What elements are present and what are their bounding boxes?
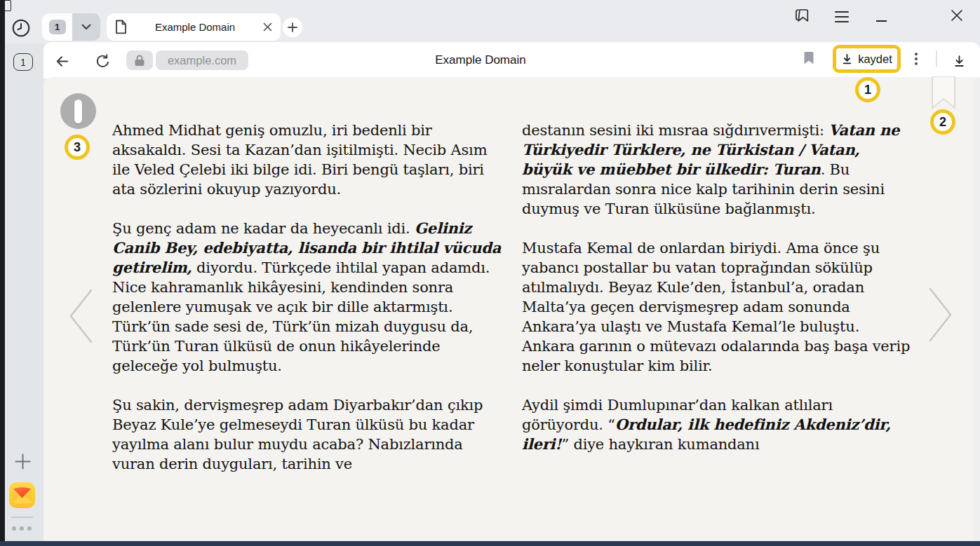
reader-paragraph: Şu sakin, dervişmeşrep adam Diyarbakır’d… (112, 395, 503, 474)
site-security-badge[interactable] (126, 50, 153, 70)
reader-mode-button[interactable] (60, 93, 96, 129)
download-arrow-icon (841, 53, 853, 65)
sidebar-add-button[interactable] (14, 453, 31, 470)
annotation-marker-1: 1 (855, 77, 880, 102)
back-button[interactable] (53, 53, 70, 69)
chevron-right-icon (927, 287, 954, 343)
ribbon-bookmark-icon (932, 76, 955, 110)
tab-group-counter[interactable]: 1 (42, 13, 72, 41)
sidebar-more-button[interactable] (12, 526, 33, 532)
bookmarks-panel-button[interactable] (793, 7, 812, 24)
previous-page-button[interactable] (67, 288, 94, 347)
reader-paragraph: Mustafa Kemal de onlardan biriydi. Ama ö… (522, 238, 913, 376)
omnibox-page-title[interactable]: Example Domain (393, 53, 568, 67)
close-window-button[interactable] (948, 7, 965, 24)
bookmark-icon (803, 51, 814, 65)
ellipsis-dots-icon (12, 526, 16, 531)
text-column-2: destanın sesini iki mısraa sığdırıvermiş… (522, 121, 913, 474)
url-text: example.com (168, 54, 236, 67)
kebab-dots-icon (915, 53, 918, 65)
toolbar-divider (936, 50, 937, 67)
browser-window: 1 Example Domain (0, 0, 980, 546)
bookmark-flag-icon (794, 8, 811, 23)
annotation-marker-3: 3 (65, 135, 90, 160)
desktop-edge-strip (0, 0, 5, 546)
plus-icon (288, 22, 297, 32)
history-clock-icon (11, 18, 31, 38)
add-bookmark-button[interactable] (803, 51, 815, 65)
text-column-1: Ahmed Midhat geniş omuzlu, iri bedenli b… (112, 121, 503, 493)
sidebar-divider (11, 517, 33, 518)
chevron-left-icon (67, 288, 94, 344)
new-tab-button[interactable] (283, 18, 302, 37)
document-favicon-icon (115, 20, 127, 34)
history-button[interactable] (10, 17, 32, 39)
scrollbar-track[interactable] (974, 79, 980, 541)
tab-group-expand[interactable] (72, 13, 100, 41)
back-arrow-icon (54, 53, 70, 69)
reader-paragraph: Şu genç adam ne kadar da heyecanlı idi. … (112, 219, 503, 376)
hamburger-icon (835, 11, 849, 13)
download-arrow-icon (953, 55, 966, 68)
downloads-button[interactable] (950, 53, 968, 69)
tab-title: Example Domain (127, 21, 263, 33)
more-options-button[interactable] (909, 52, 923, 66)
url-chip[interactable]: example.com (156, 50, 248, 70)
annotation-marker-2: 2 (930, 109, 955, 135)
save-button-label: kaydet (858, 53, 892, 66)
save-button[interactable]: kaydet (833, 45, 901, 73)
tab-count-badge: 1 (49, 20, 66, 34)
page-bookmark-ribbon[interactable] (932, 76, 955, 113)
reader-paragraph: destanın sesini iki mısraa sığdırıvermiş… (522, 121, 913, 219)
sidebar-tab-counter[interactable]: 1 (13, 53, 33, 71)
reader-power-icon (74, 100, 82, 123)
minimize-icon (876, 20, 887, 22)
browser-menu-button[interactable] (833, 10, 850, 24)
tab-example-domain[interactable]: Example Domain (107, 13, 281, 41)
reader-paragraph: Ahmed Midhat geniş omuzlu, iri bedenli b… (112, 121, 503, 199)
reload-button[interactable] (94, 53, 111, 69)
mail-envelope-icon (9, 482, 35, 508)
lock-icon (135, 55, 145, 67)
close-icon (951, 9, 963, 22)
plus-icon (15, 453, 31, 470)
minimize-button[interactable] (874, 18, 888, 24)
tab-close-icon[interactable] (263, 22, 272, 32)
taskbar-edge-strip (0, 541, 980, 546)
next-page-button[interactable] (927, 287, 954, 346)
yandex-mail-button[interactable] (9, 482, 35, 508)
chevron-down-icon (81, 24, 91, 30)
reload-icon (95, 53, 111, 69)
reader-paragraph: Aydil şimdi Dumlupınar’dan kalkan atlıla… (522, 395, 913, 454)
tab-group-chip[interactable]: 1 (42, 13, 100, 41)
